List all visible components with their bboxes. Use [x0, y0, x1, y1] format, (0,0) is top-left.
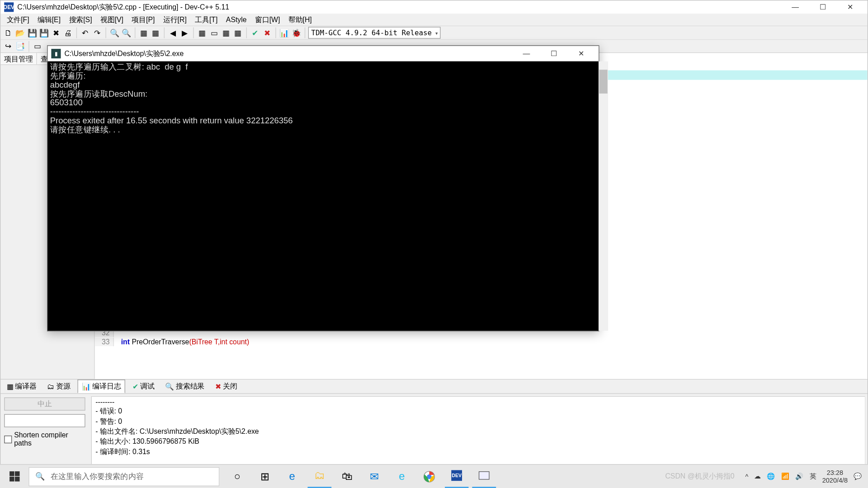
menu-run[interactable]: 运行[R] — [160, 14, 190, 26]
sidebar-tab-project[interactable]: 项目管理 — [0, 53, 37, 64]
menu-view[interactable]: 视图[V] — [97, 14, 127, 26]
undo-icon[interactable]: ↶ — [80, 28, 91, 38]
bookmark-icon[interactable]: 📑 — [15, 41, 26, 52]
tab-compiler[interactable]: ▦编译器 — [3, 380, 40, 393]
menu-search[interactable]: 搜索[S] — [66, 14, 96, 26]
window-title: C:\Users\mhzde\Desktop\实验5\2.cpp - [Exec… — [17, 2, 229, 12]
save-all-icon[interactable]: 💾 — [39, 28, 50, 38]
console-output[interactable]: 请按先序遍历输入二叉树: abc de g f 先序遍历: abcdegf 按先… — [47, 61, 598, 331]
network-icon[interactable]: 🌐 — [767, 473, 775, 480]
menu-project[interactable]: 项目[P] — [128, 14, 159, 26]
console-maximize-button[interactable]: ☐ — [540, 47, 568, 60]
console-scrollbar[interactable] — [599, 61, 608, 331]
menu-astyle[interactable]: AStyle — [222, 14, 250, 25]
tab-debug[interactable]: ✔调试 — [129, 380, 158, 393]
grid2-icon[interactable]: ▦ — [221, 28, 231, 38]
ie-icon[interactable]: e — [390, 465, 414, 488]
check-icon: ✔ — [132, 382, 138, 390]
bottom-panel: 中止 Shorten compiler paths -------- - 错误:… — [0, 393, 867, 475]
cortana-icon[interactable]: ○ — [225, 465, 249, 488]
close-button[interactable]: ✕ — [836, 0, 864, 14]
open-file-icon[interactable]: 📂 — [15, 28, 26, 38]
save-icon[interactable]: 💾 — [27, 28, 38, 38]
console-minimize-button[interactable]: — — [513, 47, 540, 60]
tab-close[interactable]: ✖关闭 — [212, 380, 241, 393]
ime-indicator[interactable]: 英 — [810, 472, 816, 481]
start-button[interactable] — [0, 465, 28, 488]
toggle-icon[interactable]: ▭ — [32, 41, 43, 52]
filter-input[interactable] — [4, 414, 85, 427]
chrome-icon[interactable] — [417, 465, 441, 488]
con-line-5: -------------------------------- — [50, 107, 139, 116]
print-icon[interactable]: 🖨 — [62, 28, 73, 38]
find-icon[interactable]: 🔍 — [109, 28, 120, 38]
menu-edit[interactable]: 编辑[E] — [34, 14, 64, 26]
taskbar-search[interactable]: 🔍 在这里输入你要搜索的内容 — [28, 467, 219, 486]
onedrive-icon[interactable]: ☁ — [754, 473, 761, 480]
taskview-icon[interactable]: ⊞ — [253, 465, 277, 488]
con-line-3: 按先序遍历读取DescNum: — [50, 89, 147, 98]
menu-window[interactable]: 窗口[W] — [251, 14, 283, 26]
search-placeholder: 在这里输入你要搜索的内容 — [51, 471, 144, 482]
fn-signature: (BiTree T,int count) — [189, 338, 249, 346]
compiler-selector[interactable]: TDM-GCC 4.9.2 64-bit Release — [308, 27, 441, 38]
chart-icon[interactable]: 📊 — [279, 28, 290, 38]
clock-date: 2020/4/8 — [822, 476, 848, 484]
forward-icon[interactable]: ▶ — [179, 28, 190, 38]
compile-icon[interactable]: ▦ — [138, 28, 149, 38]
devcpp-task-icon[interactable]: DEV — [445, 465, 469, 488]
task-icons: ○ ⊞ e 🗂 🛍 ✉ e DEV — [225, 465, 496, 488]
goto-icon[interactable]: ↪ — [3, 41, 14, 52]
console-task-icon[interactable] — [472, 465, 496, 488]
keyword-int: int — [121, 338, 130, 346]
wifi-icon[interactable]: 📶 — [781, 473, 789, 480]
grid-icon[interactable]: ▦ — [197, 28, 208, 38]
tab-resource[interactable]: 🗂资源 — [43, 380, 74, 393]
check-icon[interactable]: ✔ — [250, 28, 261, 38]
compile-log[interactable]: -------- - 错误: 0 - 警告: 0 - 输出文件名: C:\Use… — [91, 396, 865, 473]
log-line-1: - 错误: 0 — [95, 407, 122, 415]
notifications-icon[interactable]: 💬 — [854, 473, 862, 480]
chart-icon: 📊 — [82, 382, 91, 390]
rect-icon[interactable]: ▭ — [209, 28, 220, 38]
bug-icon[interactable]: 🐞 — [291, 28, 302, 38]
con-line-2: abcdegf — [50, 80, 80, 89]
back-icon[interactable]: ◀ — [168, 28, 179, 38]
menubar: 文件[F] 编辑[E] 搜索[S] 视图[V] 项目[P] 运行[R] 工具[T… — [0, 14, 867, 25]
shorten-paths-checkbox[interactable]: Shorten compiler paths — [4, 431, 85, 447]
log-line-0: -------- — [95, 398, 114, 406]
tab-log[interactable]: 📊编译日志 — [77, 380, 125, 393]
store-icon[interactable]: 🛍 — [335, 465, 359, 488]
search-icon: 🔍 — [165, 382, 174, 390]
menu-help[interactable]: 帮助[H] — [285, 14, 316, 26]
clock-time: 23:28 — [822, 469, 848, 476]
grid3-icon[interactable]: ▦ — [232, 28, 243, 38]
new-file-icon[interactable]: 🗋 — [3, 28, 14, 38]
run-icon[interactable]: ▦ — [150, 28, 161, 38]
minimize-button[interactable]: — — [782, 0, 809, 14]
log-line-2: - 警告: 0 — [95, 417, 122, 425]
close-file-icon[interactable]: ✖ — [51, 28, 61, 38]
taskbar-clock[interactable]: 23:28 2020/4/8 — [822, 469, 848, 484]
con-line-6: Process exited after 16.55 seconds with … — [50, 116, 293, 125]
search-icon: 🔍 — [35, 472, 45, 481]
tab-search[interactable]: 🔍搜索结果 — [161, 380, 208, 393]
explorer-icon[interactable]: 🗂 — [307, 465, 331, 488]
volume-icon[interactable]: 🔊 — [795, 473, 803, 480]
tray-chevron-icon[interactable]: ^ — [745, 473, 748, 480]
grid-icon: ▦ — [7, 382, 14, 390]
bottom-left: 中止 Shorten compiler paths — [0, 394, 89, 476]
mail-icon[interactable]: ✉ — [363, 465, 387, 488]
maximize-button[interactable]: ☐ — [809, 0, 836, 14]
code-line-33: 33 int PreOrderTraverse(BiTree T,int cou… — [95, 337, 250, 346]
cross-icon[interactable]: ✖ — [262, 28, 273, 38]
redo-icon[interactable]: ↷ — [92, 28, 103, 38]
menu-tools[interactable]: 工具[T] — [191, 14, 221, 26]
checkbox-box — [4, 435, 12, 443]
console-close-button[interactable]: ✕ — [567, 47, 595, 60]
con-line-7: 请按任意键继续. . . — [50, 125, 120, 134]
scroll-thumb[interactable] — [599, 70, 607, 94]
edge-icon[interactable]: e — [280, 465, 304, 488]
replace-icon[interactable]: 🔍 — [121, 28, 132, 38]
menu-file[interactable]: 文件[F] — [3, 14, 33, 26]
